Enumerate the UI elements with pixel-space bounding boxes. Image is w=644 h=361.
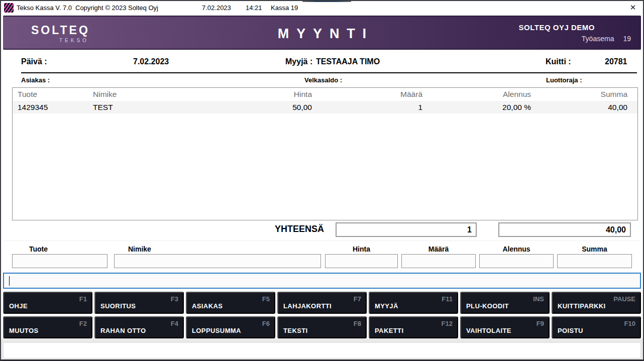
column-header-nimike: Nimike — [93, 90, 219, 99]
credit-label: Luottoraja : — [546, 76, 582, 84]
app-window: Tekso Kassa V. 7.0 Copyright © 2023 Solt… — [0, 0, 644, 361]
column-header-tuote: Tuote — [13, 90, 93, 99]
cell-summa: 40,00 — [539, 103, 637, 112]
cell-hinta: 50,00 — [219, 103, 319, 112]
muutos-button[interactable]: MUUTOS F2 — [3, 316, 92, 338]
totals-label: YHTEENSÄ — [275, 224, 324, 234]
tuote-input[interactable] — [12, 254, 108, 268]
entry-label-tuote: Tuote — [12, 245, 108, 254]
date-value: 7.02.2023 — [133, 57, 169, 66]
column-header-hinta: Hinta — [219, 90, 319, 99]
nimike-input[interactable] — [114, 254, 321, 268]
ohje-button[interactable]: OHJE F1 — [3, 292, 92, 314]
sale-lines-table: Tuote Nimike Hinta Määrä Alennus Summa 1… — [12, 87, 638, 220]
summa-input[interactable] — [557, 254, 632, 268]
status-bar — [3, 342, 641, 358]
date-label: Päivä : — [21, 57, 47, 66]
seller-label: Myyjä : — [285, 57, 312, 66]
titlebar-date: 7.02.2023 — [202, 4, 231, 12]
rahan-otto-button[interactable]: RAHAN OTTO F4 — [94, 316, 184, 338]
entry-field-alennus: Alennus — [479, 245, 554, 268]
entry-field-nimike: Nimike — [114, 245, 321, 268]
workstation-number: 19 — [623, 35, 631, 43]
app-icon — [4, 3, 14, 13]
function-key-grid: OHJE F1 SUORITUS F3 ASIAKAS F5 LAHJAKORT… — [3, 292, 641, 338]
total-quantity-box: 1 — [336, 222, 477, 237]
hinta-input[interactable] — [325, 254, 398, 268]
table-row[interactable]: 1429345 TEST 50,00 1 20,00 % 40,00 — [13, 101, 637, 113]
cell-maara: 1 — [319, 103, 430, 112]
app-title: Tekso Kassa V. 7.0 — [17, 4, 72, 12]
myyja-button[interactable]: MYYJÄ F11 — [369, 292, 458, 314]
column-header-summa: Summa — [539, 90, 637, 99]
table-header-row: Tuote Nimike Hinta Määrä Alennus Summa — [13, 88, 637, 101]
maara-input[interactable] — [401, 254, 476, 268]
seller-value: TESTAAJA TIMO — [316, 57, 380, 66]
text-caret — [9, 276, 10, 286]
cell-nimike: TEST — [93, 103, 219, 112]
teksti-button[interactable]: TEKSTI F8 — [277, 316, 367, 338]
total-sum-box: 40,00 — [498, 222, 631, 237]
section-divider — [3, 240, 641, 241]
cell-tuote: 1429345 — [13, 103, 93, 112]
kuittiparkki-button[interactable]: KUITTIPARKKI PAUSE — [552, 292, 641, 314]
lahjakortti-button[interactable]: LAHJAKORTTI F7 — [277, 292, 367, 314]
app-header: SOLTEQ TEKSO MYYNTI SOLTEQ OYJ DEMO Työa… — [3, 16, 641, 50]
entry-label-summa: Summa — [557, 245, 632, 254]
alennus-input[interactable] — [479, 254, 554, 268]
column-header-maara: Määrä — [319, 90, 430, 99]
debt-label: Velkasaldo : — [304, 76, 342, 84]
info-divider — [21, 72, 637, 73]
command-input[interactable] — [3, 273, 641, 289]
plu-koodit-button[interactable]: PLU-KOODIT INS — [460, 292, 550, 314]
entry-label-hinta: Hinta — [325, 245, 398, 254]
receipt-label: Kuitti : — [546, 57, 571, 66]
customer-label: Asiakas : — [21, 76, 50, 84]
background-window-sliver — [302, 1, 351, 2]
cell-alennus: 20,00 % — [430, 103, 539, 112]
close-icon[interactable]: ✕ — [628, 3, 638, 12]
copyright-text: Copyright © 2023 Solteq Oyj — [75, 4, 158, 12]
vaihtolaite-button[interactable]: VAIHTOLAITE F9 — [460, 316, 550, 338]
entry-field-summa: Summa — [557, 245, 632, 268]
store-info: SOLTEQ OYJ DEMO Työasema19 — [519, 23, 631, 43]
asiakas-button[interactable]: ASIAKAS F5 — [186, 292, 275, 314]
entry-field-tuote: Tuote — [12, 245, 108, 268]
entry-label-maara: Määrä — [401, 245, 476, 254]
loppusumma-button[interactable]: LOPPUSUMMA F6 — [186, 316, 275, 338]
receipt-value: 20781 — [605, 57, 627, 66]
entry-label-nimike: Nimike — [114, 245, 321, 254]
workstation-info: Työasema19 — [519, 35, 631, 43]
titlebar-time: 14:21 — [246, 4, 262, 12]
entry-field-maara: Määrä — [401, 245, 476, 268]
poistu-button[interactable]: POISTU F10 — [552, 316, 641, 338]
company-name: SOLTEQ OYJ DEMO — [519, 23, 631, 32]
status-footer — [1, 338, 643, 360]
paketti-button[interactable]: PAKETTI F12 — [369, 316, 458, 338]
entry-field-hinta: Hinta — [325, 245, 398, 268]
titlebar-register: Kassa 19 — [271, 4, 298, 12]
entry-label-alennus: Alennus — [479, 245, 554, 254]
column-header-alennus: Alennus — [430, 90, 539, 99]
workstation-label: Työasema — [582, 35, 614, 43]
suoritus-button[interactable]: SUORITUS F3 — [94, 292, 184, 314]
titlebar: Tekso Kassa V. 7.0 Copyright © 2023 Solt… — [1, 1, 643, 15]
